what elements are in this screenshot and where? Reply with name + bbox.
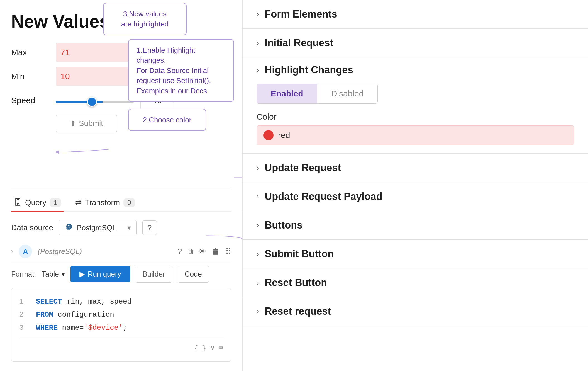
eye-icon[interactable]: 👁: [199, 247, 206, 256]
transform-tab-icon: ⇄: [75, 198, 82, 207]
format-label: Format:: [11, 270, 36, 278]
section-buttons: › Buttons: [243, 211, 588, 240]
trash-icon[interactable]: 🗑: [212, 247, 220, 256]
tab-query[interactable]: 🗄 Query 1: [11, 194, 64, 212]
min-input[interactable]: [56, 67, 134, 86]
section-submit-button: › Submit Button: [243, 240, 588, 268]
code-braces-icon[interactable]: { }: [194, 342, 206, 354]
submit-label: Submit: [79, 119, 103, 128]
color-picker[interactable]: red: [257, 125, 574, 145]
section-form-elements: › Form Elements: [243, 0, 588, 29]
datasource-value: PostgreSQL: [77, 224, 116, 232]
expand-icon[interactable]: ›: [11, 248, 13, 255]
tooltip-new-values: 3.New values are highlighted: [103, 3, 187, 35]
form-elements-header[interactable]: › Form Elements: [257, 8, 574, 20]
help-query-icon[interactable]: ?: [177, 247, 182, 256]
submit-icon: ⬆: [70, 119, 76, 128]
max-input[interactable]: [56, 43, 134, 62]
initial-request-title: Initial Request: [265, 37, 333, 49]
datasource-help-button[interactable]: ?: [142, 220, 157, 235]
initial-request-header[interactable]: › Initial Request: [257, 37, 574, 49]
reset-button-header[interactable]: › Reset Button: [257, 277, 574, 288]
highlight-changes-header[interactable]: › Highlight Changes: [257, 64, 574, 76]
section-divider: [11, 188, 231, 188]
query-source: (PostgreSQL): [38, 247, 82, 256]
reset-request-title: Reset request: [265, 305, 331, 317]
buttons-header[interactable]: › Buttons: [257, 219, 574, 231]
color-label: Color: [257, 112, 574, 122]
highlight-toggle-group: Enabled Disabled: [257, 84, 378, 104]
update-request-header[interactable]: › Update Request: [257, 162, 574, 174]
format-select[interactable]: Table ▾: [42, 270, 65, 278]
reset-button-chevron-icon: ›: [257, 278, 259, 287]
color-section: Color red: [257, 112, 574, 145]
form-elements-chevron-icon: ›: [257, 10, 259, 19]
query-row-a: › A (PostgreSQL) ? ⧉ 👁 🗑 ⠿: [11, 242, 231, 261]
tooltip-enable-highlight: 1.Enable Highlight changes. For Data Sou…: [128, 39, 234, 102]
reset-request-chevron-icon: ›: [257, 307, 259, 316]
builder-button[interactable]: Builder: [136, 266, 172, 283]
color-dot: [263, 130, 274, 140]
transform-tab-label: Transform: [85, 198, 120, 207]
section-initial-request: › Initial Request: [243, 29, 588, 57]
tab-transform[interactable]: ⇄ Transform 0: [72, 194, 138, 212]
copy-icon[interactable]: ⧉: [187, 247, 193, 256]
section-highlight-changes: › Highlight Changes Enabled Disabled Col…: [243, 57, 588, 154]
query-action-icons: ? ⧉ 👁 🗑 ⠿: [177, 247, 231, 256]
update-request-title: Update Request: [265, 162, 341, 174]
datasource-row: Data source PostgreSQL ▾ ?: [11, 220, 231, 235]
left-panel: New Values Max Min Speed ⬆ Submit: [0, 0, 242, 371]
svg-point-2: [68, 225, 69, 226]
reset-request-header[interactable]: › Reset request: [257, 305, 574, 317]
keyboard-icon: ⌨: [219, 342, 223, 354]
update-request-payload-header[interactable]: › Update Request Payload: [257, 191, 574, 202]
buttons-chevron-icon: ›: [257, 221, 259, 230]
initial-request-chevron-icon: ›: [257, 38, 259, 47]
submit-button-title: Submit Button: [265, 248, 334, 260]
toggle-disabled[interactable]: Disabled: [317, 84, 378, 103]
play-icon: ▶: [79, 270, 85, 278]
drag-icon[interactable]: ⠿: [225, 247, 231, 256]
buttons-title: Buttons: [265, 219, 302, 231]
transform-tab-badge: 0: [123, 198, 135, 207]
highlight-changes-chevron-icon: ›: [257, 66, 259, 74]
datasource-label: Data source: [11, 223, 53, 232]
section-reset-button: › Reset Button: [243, 268, 588, 297]
code-line-2: 2 FROM configuration: [19, 308, 223, 321]
code-chevron-icon[interactable]: ∨: [211, 342, 214, 354]
submit-button[interactable]: ⬆ Submit: [56, 115, 117, 132]
speed-slider[interactable]: [56, 101, 134, 103]
help-icon: ?: [148, 224, 152, 232]
code-editor[interactable]: 1 SELECT min, max, speed 2 FROM configur…: [11, 288, 231, 362]
format-chevron-icon: ▾: [61, 270, 65, 278]
run-query-button[interactable]: ▶ Run query: [70, 266, 130, 282]
min-label: Min: [11, 72, 56, 81]
submit-button-header[interactable]: › Submit Button: [257, 248, 574, 260]
query-name-badge: A: [19, 245, 32, 258]
code-line-1: 1 SELECT min, max, speed: [19, 295, 223, 308]
code-footer: { } ∨ ⌨: [19, 339, 223, 354]
query-tab-badge: 1: [50, 198, 61, 207]
update-request-payload-title: Update Request Payload: [265, 191, 382, 202]
update-request-chevron-icon: ›: [257, 163, 259, 172]
form-elements-title: Form Elements: [265, 8, 337, 20]
format-value: Table: [42, 270, 59, 278]
max-label: Max: [11, 48, 56, 57]
code-button[interactable]: Code: [178, 266, 209, 283]
speed-slider-container: [56, 96, 134, 105]
submit-button-chevron-icon: ›: [257, 249, 259, 258]
section-reset-request: › Reset request: [243, 297, 588, 326]
query-tabs: 🗄 Query 1 ⇄ Transform 0: [11, 194, 231, 212]
reset-button-title: Reset Button: [265, 277, 327, 288]
toggle-enabled[interactable]: Enabled: [257, 84, 317, 103]
code-line-3: 3 WHERE name='$device';: [19, 321, 223, 334]
tooltip-choose-color: 2.Choose color: [128, 109, 206, 131]
run-query-label: Run query: [88, 270, 121, 278]
query-tab-label: Query: [25, 198, 46, 207]
right-panel: › Form Elements › Initial Request › High…: [242, 0, 588, 371]
datasource-select[interactable]: PostgreSQL ▾: [59, 220, 137, 235]
section-update-request-payload: › Update Request Payload: [243, 182, 588, 211]
speed-label: Speed: [11, 96, 56, 105]
postgresql-icon: [65, 223, 74, 232]
svg-point-3: [69, 225, 70, 226]
